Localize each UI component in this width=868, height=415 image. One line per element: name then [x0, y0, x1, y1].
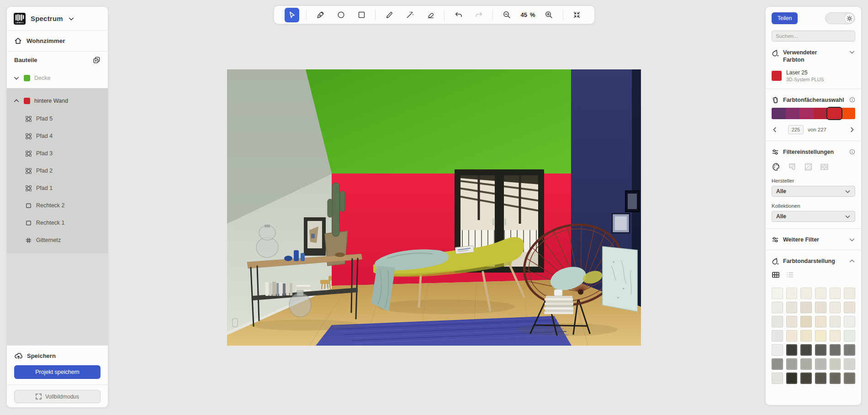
zoom-out-button[interactable]	[500, 8, 513, 22]
color-grid-swatch[interactable]	[786, 302, 798, 313]
brush-tool-button[interactable]	[382, 8, 396, 22]
color-grid-swatch[interactable]	[772, 373, 783, 384]
fan-color-swatch[interactable]	[799, 108, 814, 119]
info-icon[interactable]	[849, 149, 855, 155]
color-grid-swatch[interactable]	[786, 373, 798, 384]
theme-toggle[interactable]	[825, 12, 855, 24]
color-grid-swatch[interactable]	[844, 358, 855, 370]
select-tool-button[interactable]	[285, 8, 299, 22]
pen-tool-button[interactable]	[313, 8, 327, 22]
color-grid-swatch[interactable]	[772, 330, 783, 341]
color-grid-swatch[interactable]	[800, 358, 812, 370]
color-grid-swatch[interactable]	[830, 302, 841, 313]
undo-button[interactable]	[451, 8, 465, 22]
color-grid-swatch[interactable]	[772, 302, 783, 313]
fan-color-swatch[interactable]	[786, 108, 800, 119]
chevron-down-icon[interactable]	[13, 75, 20, 81]
color-grid-swatch[interactable]	[815, 373, 826, 384]
palette-filter-icon[interactable]	[772, 162, 781, 172]
ceiling-green[interactable]	[306, 69, 571, 173]
tree-item-gitternetz[interactable]: Gitternetz	[7, 231, 108, 249]
chevron-down-icon[interactable]	[849, 236, 855, 243]
ellipse-tool-button[interactable]	[334, 8, 348, 22]
color-grid-swatch[interactable]	[786, 316, 798, 327]
color-grid-swatch[interactable]	[800, 373, 812, 384]
room-visualization[interactable]	[227, 69, 641, 346]
fabric-filter-icon[interactable]	[788, 162, 797, 172]
collections-select[interactable]: Alle	[772, 211, 855, 222]
color-grid-swatch[interactable]	[786, 330, 798, 341]
room-image[interactable]	[227, 69, 641, 346]
color-grid-swatch[interactable]	[815, 358, 826, 370]
color-grid-swatch[interactable]	[786, 358, 798, 370]
tree-item-rechteck-1[interactable]: Rechteck 1	[7, 214, 108, 231]
zoom-in-button[interactable]	[542, 8, 556, 22]
display-section-header[interactable]: Farbtondarstellung	[772, 257, 855, 265]
color-grid-swatch[interactable]	[815, 316, 826, 327]
color-grid-swatch[interactable]	[800, 330, 812, 341]
more-filters-header[interactable]: Weitere Filter	[772, 236, 855, 243]
color-grid-swatch[interactable]	[844, 302, 855, 313]
room-breadcrumb[interactable]: Wohnzimmer	[7, 31, 108, 52]
color-grid-swatch[interactable]	[815, 344, 826, 356]
tree-item-pfad-5[interactable]: Pfad 5	[7, 110, 108, 127]
color-grid-swatch[interactable]	[844, 330, 855, 341]
brick-filter-icon[interactable]	[820, 162, 829, 172]
fullscreen-button[interactable]: Vollbildmodus	[14, 390, 101, 403]
save-project-button[interactable]: Projekt speichern	[14, 365, 101, 379]
color-grid-swatch[interactable]	[830, 358, 841, 370]
rectangle-tool-button[interactable]	[355, 8, 368, 22]
chevron-down-icon[interactable]	[68, 16, 74, 22]
color-grid-swatch[interactable]	[815, 330, 826, 341]
chevron-down-icon[interactable]	[849, 49, 855, 55]
add-component-icon[interactable]	[93, 56, 101, 64]
fan-page-input[interactable]	[788, 125, 804, 134]
color-grid-swatch[interactable]	[772, 344, 783, 356]
tree-item-decke[interactable]: Decke	[7, 68, 108, 88]
chevron-up-icon[interactable]	[13, 98, 20, 104]
color-grid-swatch[interactable]	[772, 358, 783, 370]
manufacturer-select[interactable]: Alle	[772, 186, 855, 197]
redo-button[interactable]	[472, 8, 486, 22]
magic-wand-tool-button[interactable]	[403, 8, 417, 22]
color-grid-swatch[interactable]	[786, 344, 798, 356]
used-color-row[interactable]: Laser 25 3D-System PLUS	[772, 69, 855, 82]
color-grid-swatch[interactable]	[800, 288, 812, 299]
fan-color-swatch[interactable]	[772, 108, 786, 119]
tree-item-pfad-4[interactable]: Pfad 4	[7, 127, 108, 145]
search-input[interactable]	[772, 31, 855, 42]
color-grid-swatch[interactable]	[844, 344, 855, 356]
fan-color-swatch[interactable]	[814, 108, 828, 119]
color-grid-swatch[interactable]	[815, 302, 826, 313]
list-view-icon[interactable]	[786, 271, 794, 279]
color-grid-swatch[interactable]	[830, 316, 841, 327]
color-grid-swatch[interactable]	[772, 288, 783, 299]
tree-item-pfad-2[interactable]: Pfad 2	[7, 162, 108, 179]
tree-item-pfad-1[interactable]: Pfad 1	[7, 179, 108, 197]
color-grid-swatch[interactable]	[800, 302, 812, 313]
grid-view-icon[interactable]	[772, 271, 780, 279]
info-icon[interactable]	[849, 97, 855, 103]
color-grid-swatch[interactable]	[772, 316, 783, 327]
color-grid-swatch[interactable]	[830, 373, 841, 384]
fit-to-screen-button[interactable]	[570, 8, 584, 22]
color-grid-swatch[interactable]	[844, 316, 855, 327]
zoom-level[interactable]: 45 %	[520, 11, 535, 18]
tree-item-rechteck-2[interactable]: Rechteck 2	[7, 197, 108, 214]
fan-prev-button[interactable]	[772, 126, 778, 133]
fan-color-swatch[interactable]	[827, 108, 842, 119]
used-color-section-header[interactable]: Verwendeter Farbton	[772, 49, 855, 64]
tile-filter-icon[interactable]	[804, 162, 813, 172]
color-grid-swatch[interactable]	[830, 344, 841, 356]
fan-next-button[interactable]	[849, 126, 855, 133]
color-grid-swatch[interactable]	[844, 373, 855, 384]
color-grid-swatch[interactable]	[830, 288, 841, 299]
color-grid-swatch[interactable]	[800, 316, 812, 327]
color-grid-swatch[interactable]	[844, 288, 855, 299]
fan-color-swatch[interactable]	[842, 108, 856, 119]
color-grid-swatch[interactable]	[830, 330, 841, 341]
color-grid-swatch[interactable]	[800, 344, 812, 356]
color-grid-swatch[interactable]	[786, 288, 798, 299]
chevron-up-icon[interactable]	[849, 258, 855, 264]
tree-item-hintere-wand[interactable]: hintere Wand	[7, 92, 108, 110]
